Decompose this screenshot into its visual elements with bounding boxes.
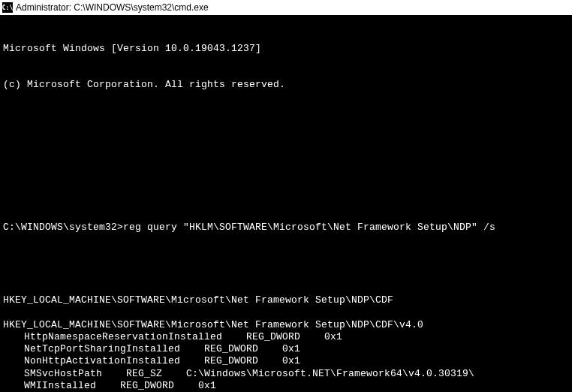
blank-line [3, 307, 569, 319]
registry-value-line: HttpNamespaceReservationInstalled REG_DW… [3, 331, 569, 343]
typed-command: reg query "HKLM\SOFTWARE\Microsoft\Net F… [123, 222, 495, 233]
registry-value-line: NetTcpPortSharingInstalled REG_DWORD 0x1 [3, 343, 569, 355]
registry-value-line: SMSvcHostPath REG_SZ C:\Windows\Microsof… [3, 368, 569, 380]
command-output: HKEY_LOCAL_MACHINE\SOFTWARE\Microsoft\Ne… [3, 294, 569, 392]
blank-spacer [3, 116, 569, 161]
registry-key-path: HKEY_LOCAL_MACHINE\SOFTWARE\Microsoft\Ne… [3, 319, 569, 331]
prompt-line: C:\WINDOWS\system32>reg query "HKLM\SOFT… [3, 222, 569, 234]
header-line-2: (c) Microsoft Corporation. All rights re… [3, 79, 569, 91]
window-title-text: Administrator: C:\WINDOWS\system32\cmd.e… [16, 2, 209, 13]
registry-key-path: HKEY_LOCAL_MACHINE\SOFTWARE\Microsoft\Ne… [3, 294, 569, 306]
registry-value-line: WMIInstalled REG_DWORD 0x1 [3, 380, 569, 392]
window-title-bar[interactable]: C:\ Administrator: C:\WINDOWS\system32\c… [0, 0, 572, 15]
blank-line [3, 185, 569, 198]
header-line-1: Microsoft Windows [Version 10.0.19043.12… [3, 43, 569, 55]
prompt-path: C:\WINDOWS\system32> [3, 222, 123, 233]
terminal-area[interactable]: Microsoft Windows [Version 10.0.19043.12… [0, 15, 572, 392]
cmd-icon: C:\ [2, 2, 13, 13]
blank-line [3, 258, 569, 270]
registry-value-line: NonHttpActivationInstalled REG_DWORD 0x1 [3, 355, 569, 367]
